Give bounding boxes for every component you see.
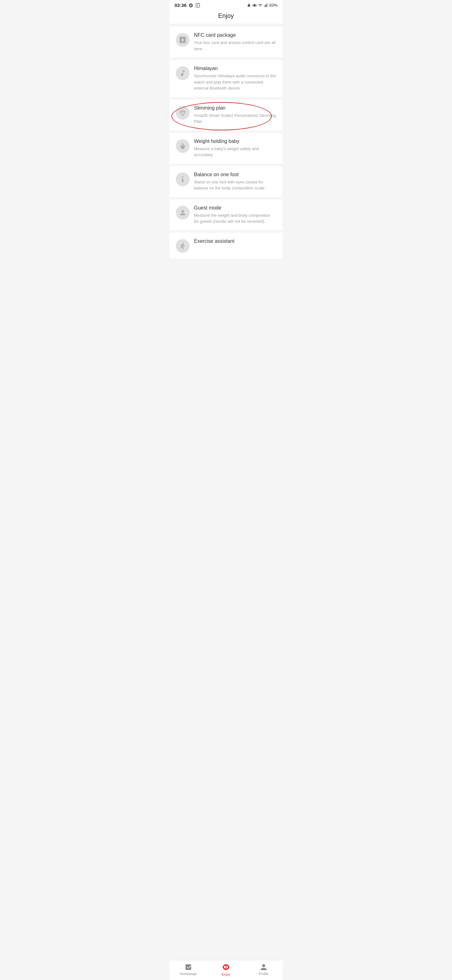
svg-rect-3 [265,5,266,7]
baby-title: Weight holding baby [194,138,276,144]
exercise-icon-wrap [176,239,190,253]
guest-icon-wrap [176,206,190,220]
nfc-title: NFC card package [194,32,276,38]
nfc-icon-wrap [176,33,190,47]
gear-icon [188,3,193,8]
list-item-exercise[interactable]: Exercise assistant [170,233,282,259]
svg-point-6 [182,143,183,144]
page-title: Enjoy [218,12,234,19]
baby-icon-wrap [176,139,190,153]
baby-text: Weight holding baby Measure a baby's wei… [194,138,276,158]
himalayan-text: Himalayan Synchronize Himalaya audio res… [194,66,276,91]
wifi-icon [258,3,262,8]
svg-point-7 [182,176,183,177]
nfc-text: NFC card package Your bus card and acces… [194,32,276,52]
status-left: 03:36 E [174,3,200,8]
signal-icon [264,3,268,8]
list-item-himalayan[interactable]: Himalayan Synchronize Himalaya audio res… [170,60,282,97]
baby-desc: Measure a baby's weight safely and accur… [194,146,276,158]
time-display: 03:36 [174,3,186,8]
himalayan-desc: Synchronize Himalaya audio resources to … [194,73,276,91]
slimming-text: Slimming plan Amazfit Smart Scale2 Perso… [194,105,276,125]
nfc-desc: Your bus card and access control card ar… [194,40,276,52]
list-item-slimming[interactable]: Slimming plan Amazfit Smart Scale2 Perso… [170,100,282,130]
music-icon [179,69,186,77]
nfc-icon [179,36,186,44]
battery-percent: 83% [269,3,278,8]
slimming-title: Slimming plan [194,105,276,111]
guest-icon [179,209,186,216]
balance-title: Balance on one foot [194,172,276,177]
guest-desc: Measure the weight and body composition … [194,212,276,224]
exercise-title: Exercise assistant [194,239,276,244]
content-area: NFC card package Your bus card and acces… [170,24,282,286]
himalayan-title: Himalayan [194,66,276,71]
exercise-text: Exercise assistant [194,239,276,246]
balance-icon-wrap [176,172,190,186]
list-item-nfc[interactable]: NFC card package Your bus card and acces… [170,27,282,57]
guest-title: Guest mode [194,205,276,211]
baby-icon [179,142,186,150]
svg-rect-4 [266,4,267,6]
list-item-balance[interactable]: Balance on one foot Stand on one foot wi… [170,166,282,197]
app-icon: E [195,3,200,8]
page-title-bar: Enjoy [170,9,282,24]
scale-icon [179,109,186,116]
exercise-icon [179,242,186,250]
vibrate-icon [252,3,257,8]
list-item-baby[interactable]: Weight holding baby Measure a baby's wei… [170,133,282,164]
svg-rect-2 [264,5,265,7]
balance-text: Balance on one foot Stand on one foot wi… [194,172,276,191]
balance-icon [179,176,186,183]
status-right: 83% [247,3,278,8]
balance-desc: Stand on one foot with eyes closed for b… [194,179,276,191]
svg-text:E: E [197,4,199,7]
himalayan-icon-wrap [176,66,190,80]
list-item-guest[interactable]: Guest mode Measure the weight and body c… [170,199,282,230]
slimming-icon-wrap [176,106,190,120]
alarm-icon [247,3,251,8]
guest-text: Guest mode Measure the weight and body c… [194,205,276,224]
svg-rect-5 [267,3,268,7]
slimming-desc: Amazfit Smart Scale2 Personalized Slimmi… [194,113,276,125]
status-bar: 03:36 E 83% [170,0,282,9]
